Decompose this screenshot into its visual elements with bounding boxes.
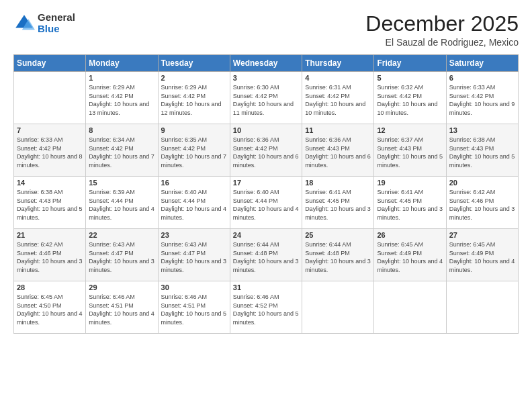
day-info: Sunrise: 6:41 AMSunset: 4:45 PMDaylight:… — [377, 189, 443, 221]
calendar-cell: 8Sunrise: 6:34 AMSunset: 4:42 PMDaylight… — [86, 124, 158, 177]
calendar-cell: 12Sunrise: 6:37 AMSunset: 4:43 PMDayligh… — [374, 124, 446, 177]
day-number: 17 — [233, 179, 299, 187]
calendar-day-header: Friday — [374, 55, 446, 72]
day-number: 4 — [305, 74, 371, 82]
calendar-cell: 27Sunrise: 6:45 AMSunset: 4:49 PMDayligh… — [446, 229, 518, 281]
logo-icon — [13, 13, 35, 34]
calendar-day-header: Saturday — [446, 55, 518, 72]
calendar-week-row: 28Sunrise: 6:45 AMSunset: 4:50 PMDayligh… — [14, 281, 519, 334]
day-number: 30 — [161, 283, 227, 291]
calendar-cell: 5Sunrise: 6:32 AMSunset: 4:42 PMDaylight… — [374, 72, 446, 124]
calendar-cell: 20Sunrise: 6:42 AMSunset: 4:46 PMDayligh… — [446, 177, 518, 229]
day-info: Sunrise: 6:43 AMSunset: 4:47 PMDaylight:… — [89, 241, 154, 273]
calendar-day-header: Sunday — [14, 55, 86, 72]
day-number: 25 — [305, 231, 371, 239]
day-info: Sunrise: 6:46 AMSunset: 4:51 PMDaylight:… — [161, 293, 227, 326]
day-info: Sunrise: 6:29 AMSunset: 4:42 PMDaylight:… — [89, 84, 149, 116]
day-info: Sunrise: 6:42 AMSunset: 4:46 PMDaylight:… — [17, 241, 83, 273]
day-info: Sunrise: 6:35 AMSunset: 4:42 PMDaylight:… — [161, 136, 227, 169]
calendar-table: SundayMondayTuesdayWednesdayThursdayFrid… — [13, 54, 519, 334]
header: General Blue December 2025 El Sauzal de … — [13, 12, 519, 48]
day-number: 3 — [233, 74, 299, 82]
day-info: Sunrise: 6:45 AMSunset: 4:49 PMDaylight:… — [449, 241, 515, 273]
day-info: Sunrise: 6:37 AMSunset: 4:43 PMDaylight:… — [377, 136, 443, 169]
calendar-cell: 16Sunrise: 6:40 AMSunset: 4:44 PMDayligh… — [158, 177, 230, 229]
day-info: Sunrise: 6:34 AMSunset: 4:42 PMDaylight:… — [89, 136, 154, 169]
calendar-cell: 21Sunrise: 6:42 AMSunset: 4:46 PMDayligh… — [14, 229, 86, 281]
sub-title: El Sauzal de Rodriguez, Mexico — [365, 37, 519, 48]
calendar-cell — [446, 281, 518, 334]
day-info: Sunrise: 6:45 AMSunset: 4:49 PMDaylight:… — [377, 241, 443, 273]
calendar-cell: 3Sunrise: 6:30 AMSunset: 4:42 PMDaylight… — [230, 72, 302, 124]
logo-general-text: General — [38, 12, 75, 24]
calendar-day-header: Tuesday — [158, 55, 230, 72]
day-info: Sunrise: 6:41 AMSunset: 4:45 PMDaylight:… — [305, 189, 371, 221]
day-info: Sunrise: 6:31 AMSunset: 4:42 PMDaylight:… — [305, 84, 365, 116]
calendar-cell: 24Sunrise: 6:44 AMSunset: 4:48 PMDayligh… — [230, 229, 302, 281]
day-info: Sunrise: 6:46 AMSunset: 4:51 PMDaylight:… — [89, 293, 154, 326]
day-number: 7 — [17, 126, 83, 134]
calendar-cell: 23Sunrise: 6:43 AMSunset: 4:47 PMDayligh… — [158, 229, 230, 281]
calendar-cell: 13Sunrise: 6:38 AMSunset: 4:43 PMDayligh… — [446, 124, 518, 177]
day-info: Sunrise: 6:43 AMSunset: 4:47 PMDaylight:… — [161, 241, 227, 273]
calendar-cell: 31Sunrise: 6:46 AMSunset: 4:52 PMDayligh… — [230, 281, 302, 334]
day-number: 16 — [161, 179, 227, 187]
day-info: Sunrise: 6:40 AMSunset: 4:44 PMDaylight:… — [233, 189, 299, 221]
calendar-cell: 15Sunrise: 6:39 AMSunset: 4:44 PMDayligh… — [86, 177, 158, 229]
calendar-cell: 18Sunrise: 6:41 AMSunset: 4:45 PMDayligh… — [302, 177, 374, 229]
day-info: Sunrise: 6:38 AMSunset: 4:43 PMDaylight:… — [449, 136, 515, 169]
page: General Blue December 2025 El Sauzal de … — [0, 0, 532, 411]
logo-blue-text: Blue — [38, 24, 75, 35]
calendar-cell: 29Sunrise: 6:46 AMSunset: 4:51 PMDayligh… — [86, 281, 158, 334]
day-number: 22 — [89, 231, 154, 239]
calendar-cell: 1Sunrise: 6:29 AMSunset: 4:42 PMDaylight… — [86, 72, 158, 124]
day-number: 9 — [161, 126, 227, 134]
day-number: 10 — [233, 126, 299, 134]
day-info: Sunrise: 6:46 AMSunset: 4:52 PMDaylight:… — [233, 293, 299, 326]
calendar-week-row: 14Sunrise: 6:38 AMSunset: 4:43 PMDayligh… — [14, 177, 519, 229]
calendar-cell — [302, 281, 374, 334]
day-info: Sunrise: 6:33 AMSunset: 4:42 PMDaylight:… — [449, 84, 515, 116]
calendar-cell: 28Sunrise: 6:45 AMSunset: 4:50 PMDayligh… — [14, 281, 86, 334]
calendar-cell: 17Sunrise: 6:40 AMSunset: 4:44 PMDayligh… — [230, 177, 302, 229]
calendar-cell — [374, 281, 446, 334]
day-number: 15 — [89, 179, 154, 187]
day-number: 18 — [305, 179, 371, 187]
calendar-day-header: Monday — [86, 55, 158, 72]
day-number: 8 — [89, 126, 154, 134]
day-info: Sunrise: 6:44 AMSunset: 4:48 PMDaylight:… — [305, 241, 371, 273]
day-info: Sunrise: 6:39 AMSunset: 4:44 PMDaylight:… — [89, 189, 154, 221]
day-number: 24 — [233, 231, 299, 239]
calendar-cell: 4Sunrise: 6:31 AMSunset: 4:42 PMDaylight… — [302, 72, 374, 124]
day-number: 2 — [161, 74, 227, 82]
calendar-week-row: 1Sunrise: 6:29 AMSunset: 4:42 PMDaylight… — [14, 72, 519, 124]
day-info: Sunrise: 6:32 AMSunset: 4:42 PMDaylight:… — [377, 84, 437, 116]
calendar-cell: 7Sunrise: 6:33 AMSunset: 4:42 PMDaylight… — [14, 124, 86, 177]
day-number: 13 — [449, 126, 515, 134]
calendar-cell: 22Sunrise: 6:43 AMSunset: 4:47 PMDayligh… — [86, 229, 158, 281]
calendar-cell: 30Sunrise: 6:46 AMSunset: 4:51 PMDayligh… — [158, 281, 230, 334]
day-number: 19 — [377, 179, 443, 187]
calendar-cell: 6Sunrise: 6:33 AMSunset: 4:42 PMDaylight… — [446, 72, 518, 124]
calendar-cell: 25Sunrise: 6:44 AMSunset: 4:48 PMDayligh… — [302, 229, 374, 281]
day-info: Sunrise: 6:44 AMSunset: 4:48 PMDaylight:… — [233, 241, 299, 273]
calendar-cell: 9Sunrise: 6:35 AMSunset: 4:42 PMDaylight… — [158, 124, 230, 177]
day-number: 31 — [233, 283, 299, 291]
day-number: 20 — [449, 179, 515, 187]
day-number: 6 — [449, 74, 515, 82]
title-block: December 2025 El Sauzal de Rodriguez, Me… — [365, 12, 519, 48]
day-number: 11 — [305, 126, 371, 134]
day-number: 21 — [17, 231, 83, 239]
day-number: 28 — [17, 283, 83, 291]
day-info: Sunrise: 6:45 AMSunset: 4:50 PMDaylight:… — [17, 293, 83, 326]
main-title: December 2025 — [365, 12, 519, 36]
day-info: Sunrise: 6:30 AMSunset: 4:42 PMDaylight:… — [233, 84, 294, 116]
calendar-cell — [14, 72, 86, 124]
day-number: 1 — [89, 74, 154, 82]
calendar-header-row: SundayMondayTuesdayWednesdayThursdayFrid… — [14, 55, 519, 72]
day-info: Sunrise: 6:29 AMSunset: 4:42 PMDaylight:… — [161, 84, 222, 116]
calendar-week-row: 7Sunrise: 6:33 AMSunset: 4:42 PMDaylight… — [14, 124, 519, 177]
logo: General Blue — [13, 12, 75, 34]
day-number: 5 — [377, 74, 443, 82]
logo-text: General Blue — [38, 12, 75, 34]
